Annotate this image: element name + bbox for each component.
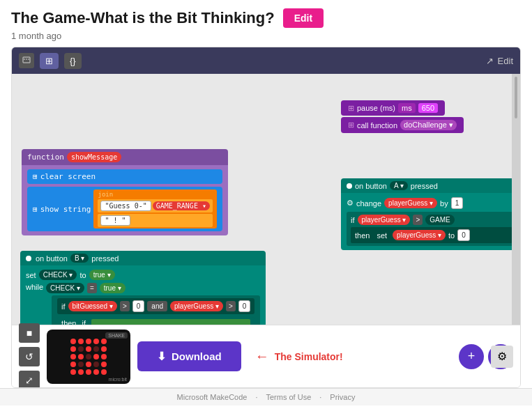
inc-chip[interactable]: 1: [451, 197, 464, 209]
change-row: ⚙ change playerGuess ▾ by 1: [347, 197, 517, 209]
num0-1-chip[interactable]: 0: [132, 300, 145, 312]
gt1-chip: >: [120, 301, 130, 311]
btn-a-then-row: then set playerGuess ▾ to 0: [351, 227, 512, 243]
btn-a-on-label: on button: [355, 182, 387, 190]
svg-point-1: [24, 59, 25, 60]
btn-a-header: on button A ▾ pressed: [341, 178, 520, 193]
btn-a-then-label: then: [355, 231, 370, 240]
do-if-row: if bitGuessed ▾ > 0 and playerGuess ▾ > …: [57, 298, 254, 314]
svg-point-2: [26, 59, 27, 60]
footer-sep1: ·: [255, 393, 257, 401]
led-0-0: [70, 339, 76, 344]
set-label: set: [26, 271, 36, 279]
footer-terms-link[interactable]: Terms of Use: [266, 393, 312, 401]
btn-a-body: ⚙ change playerGuess ▾ by 1 if playerGue…: [341, 193, 520, 250]
then-if-placeholder: [91, 319, 250, 325]
footer-sep2: ·: [319, 393, 321, 401]
zero-chip[interactable]: 0: [457, 229, 470, 241]
led-0-1: [78, 339, 84, 344]
led-3-0: [70, 362, 76, 367]
microbit-label: micro:bit: [109, 377, 127, 382]
led-grid: [65, 333, 112, 380]
then-label: then: [61, 319, 76, 325]
check-var-chip2[interactable]: CHECK ▾: [46, 283, 84, 293]
editor-main: ⊞ pause (ms) ms 650 ⊞ call function doCh…: [12, 74, 520, 325]
sim-controls: ■ ↺ ⤢: [19, 323, 40, 389]
and-chip: and: [147, 301, 167, 311]
footer-privacy-link[interactable]: Privacy: [330, 393, 355, 401]
led-2-4: [101, 354, 107, 359]
true-chip[interactable]: true ▾: [89, 270, 115, 280]
pause-ms-chip: ms: [398, 103, 416, 113]
scrollbar-thumb[interactable]: [515, 77, 517, 118]
pause-value[interactable]: 650: [418, 103, 438, 113]
change-label: change: [356, 199, 381, 208]
btn-a-chip[interactable]: A ▾: [390, 181, 408, 190]
by-label: by: [440, 199, 448, 208]
btn-b-event-icon: [26, 256, 31, 261]
blocks-toggle-button[interactable]: ⊞: [40, 53, 59, 69]
btn-b-chip[interactable]: B ▾: [70, 254, 89, 263]
toolbar-left: ⊞ {}: [19, 53, 82, 69]
btn-b-on-label: on button: [36, 254, 68, 263]
sim-note-text: The Simulator!: [275, 351, 343, 362]
zoom-in-button[interactable]: +: [459, 344, 484, 369]
then-row: then if: [57, 317, 254, 325]
code-toggle-button[interactable]: {}: [64, 53, 82, 69]
join-inner-2: " ! ": [98, 214, 212, 227]
toolbar-right[interactable]: ↗ Edit: [486, 56, 513, 66]
exclaim-str[interactable]: " ! ": [100, 215, 130, 226]
led-2-2: [86, 354, 91, 359]
btn-a-block: on button A ▾ pressed ⚙ change playerGue…: [341, 178, 520, 250]
player-guess-a-chip[interactable]: playerGuess ▾: [384, 198, 437, 208]
show-icon: ⊞: [33, 205, 38, 214]
pg3-chip[interactable]: playerGuess ▾: [393, 230, 446, 240]
player-guess-chip[interactable]: playerGuess ▾: [170, 301, 223, 311]
true-chip2[interactable]: true ▾: [100, 283, 126, 293]
page-footer: Microsoft MakeCode · Terms of Use · Priv…: [0, 388, 532, 405]
clear-screen-block: ⊞ clear screen: [27, 169, 222, 184]
edit-button-header[interactable]: Edit: [283, 8, 324, 28]
num0-2-chip[interactable]: 0: [238, 300, 251, 312]
btn-b-header: on button B ▾ pressed: [20, 251, 266, 265]
code-canvas[interactable]: ⊞ pause (ms) ms 650 ⊞ call function doCh…: [12, 74, 520, 325]
fullscreen-button[interactable]: ⤢: [19, 371, 40, 389]
canvas-scrollbar[interactable]: [512, 74, 520, 325]
btn-a-if-row: if playerGuess ▾ > GAME: [351, 215, 512, 225]
btn-a-pressed-label: pressed: [411, 182, 438, 190]
led-0-4: [101, 339, 107, 344]
led-3-2: [86, 362, 91, 367]
btn-b-block: on button B ▾ pressed set CHECK ▾ to tru…: [20, 251, 266, 325]
game-range-var[interactable]: GAME_RANGE ▾: [153, 201, 210, 210]
then-if-label: if: [82, 319, 86, 325]
game-chip[interactable]: GAME: [425, 215, 454, 225]
led-4-1: [78, 369, 84, 375]
show-string-block: ⊞ show string join "Guess 0-" GAME_RANGE…: [27, 187, 222, 231]
bit-guessed-chip[interactable]: bitGuessed ▾: [68, 301, 117, 311]
led-1-3: [93, 346, 99, 352]
join-label: join: [98, 191, 212, 198]
arrow-icon: ←: [255, 348, 269, 364]
edit-label-toolbar[interactable]: Edit: [498, 56, 513, 66]
clear-label: clear screen: [40, 172, 96, 181]
pg2-chip[interactable]: playerGuess ▾: [358, 215, 411, 225]
function-block: function showMessage ⊞ clear screen ⊞ sh…: [22, 149, 228, 235]
gear-button[interactable]: ⚙: [491, 346, 513, 368]
page-meta: 1 month ago: [0, 31, 532, 47]
svg-point-3: [28, 59, 29, 60]
download-button[interactable]: ⬇ Download: [137, 341, 241, 371]
shake-button[interactable]: SHAKE: [105, 332, 128, 339]
footer-brand: Microsoft MakeCode: [177, 393, 248, 401]
call-fn-chip[interactable]: doChallenge ▾: [400, 120, 457, 130]
led-2-3: [93, 354, 99, 359]
btn-a-event-icon: [347, 183, 352, 189]
change-icon: ⚙: [347, 199, 354, 208]
stop-button[interactable]: ■: [19, 323, 40, 343]
restart-button[interactable]: ↺: [19, 347, 40, 366]
to-label: to: [79, 271, 86, 279]
while-condition: CHECK ▾ = true ▾: [46, 283, 260, 293]
while-body: CHECK ▾ = true ▾ if bitGuessed ▾ >: [46, 283, 260, 325]
check-var-chip[interactable]: CHECK ▾: [39, 270, 77, 280]
clear-icon: ⊞: [33, 172, 38, 181]
guess-str[interactable]: "Guess 0-": [100, 201, 151, 211]
